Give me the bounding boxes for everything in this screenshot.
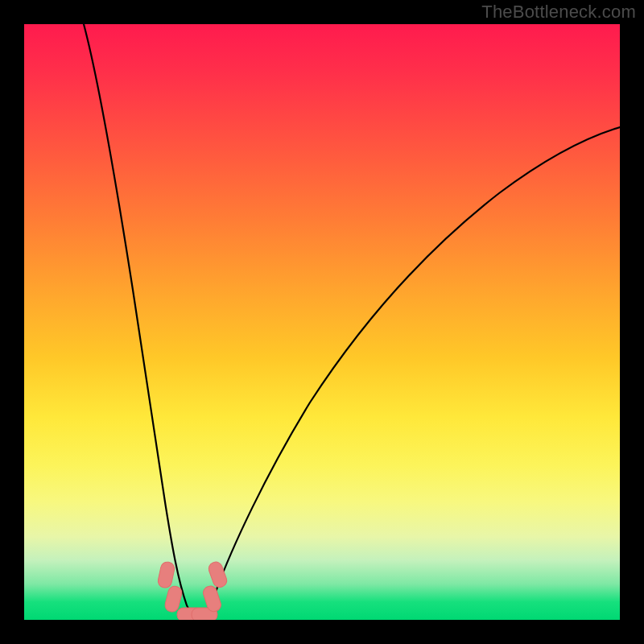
right-curve	[195, 127, 620, 620]
marker-left-upper	[157, 561, 175, 589]
chart-frame: TheBottleneck.com	[0, 0, 644, 644]
marker-group	[157, 560, 229, 620]
left-curve	[84, 24, 201, 620]
watermark-text: TheBottleneck.com	[481, 2, 636, 23]
curve-layer	[24, 24, 620, 620]
marker-right-upper	[207, 560, 229, 589]
plot-area	[24, 24, 620, 620]
